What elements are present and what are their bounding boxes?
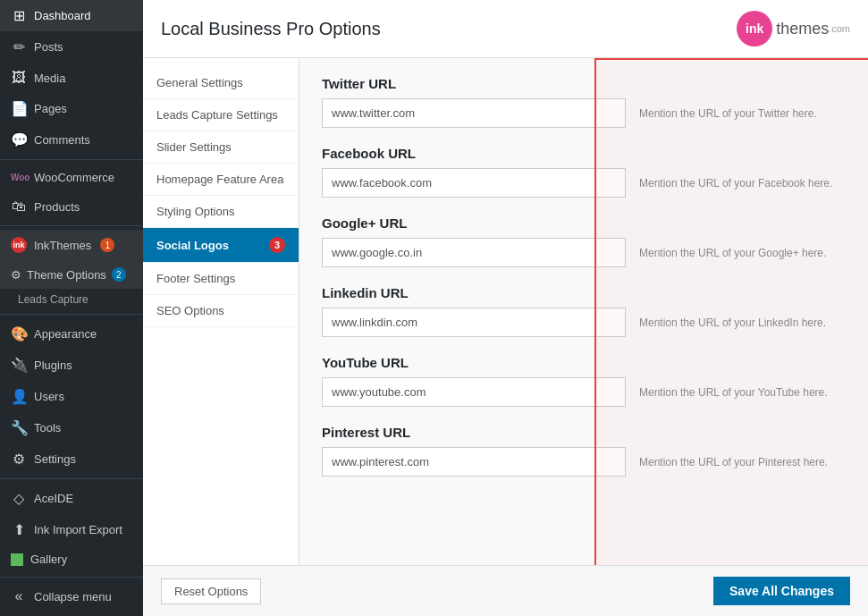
field-row-google-plus: Mention the URL of your Google+ here. (322, 238, 846, 267)
sidebar-item-collapse[interactable]: « Collapse menu (0, 581, 143, 612)
dashboard-icon: ⊞ (11, 7, 27, 24)
field-label-facebook: Facebook URL (322, 146, 846, 161)
acelide-icon: ◇ (11, 490, 27, 507)
hint-linkedin: Mention the URL of your LinkedIn here. (639, 308, 846, 329)
page-header: Local Business Pro Options ink themes .c… (143, 0, 868, 58)
field-label-google-plus: Google+ URL (322, 215, 846, 231)
nav-leads-capture-settings[interactable]: Leads Capture Settings (143, 99, 299, 131)
hint-google-plus: Mention the URL of your Google+ here. (639, 238, 846, 259)
appearance-icon: 🎨 (11, 325, 27, 342)
sidebar-item-label: Plugins (34, 359, 72, 372)
tools-icon: 🔧 (11, 419, 27, 436)
sidebar-divider-3 (0, 314, 143, 315)
field-section-twitter: Twitter URLMention the URL of your Twitt… (322, 76, 846, 128)
sidebar-item-acelide[interactable]: ◇ AceIDE (0, 483, 143, 514)
field-label-youtube: YouTube URL (322, 355, 846, 370)
plugins-icon: 🔌 (11, 357, 27, 374)
hint-youtube: Mention the URL of your YouTube here. (639, 377, 846, 399)
settings-icon: ⚙ (11, 451, 27, 468)
sidebar-item-leads-capture[interactable]: Leads Capture (0, 289, 143, 310)
sidebar-item-products[interactable]: 🛍 Products (0, 191, 143, 222)
sidebar-divider (0, 159, 143, 160)
nav-styling-options[interactable]: Styling Options (143, 196, 299, 228)
comments-icon: 💬 (11, 131, 27, 148)
field-row-twitter: Mention the URL of your Twitter here. (322, 98, 846, 128)
field-section-youtube: YouTube URLMention the URL of your YouTu… (322, 355, 846, 407)
sidebar-divider-5 (0, 577, 143, 578)
left-nav: General Settings Leads Capture Settings … (143, 58, 299, 565)
input-youtube[interactable] (322, 377, 626, 407)
sidebar-item-settings[interactable]: ⚙ Settings (0, 443, 143, 475)
sidebar-item-label: Settings (34, 452, 76, 466)
sidebar: ⊞ Dashboard ✏ Posts 🖼 Media 📄 Pages 💬 Co… (0, 0, 143, 616)
woo-icon: Woo (11, 173, 27, 182)
page-footer: Reset Options Save All Changes (143, 565, 868, 616)
theme-options-icon: ⚙ (11, 268, 21, 282)
sidebar-item-dashboard[interactable]: ⊞ Dashboard (0, 0, 143, 31)
sidebar-item-label: Dashboard (34, 9, 91, 22)
nav-homepage-feature-area[interactable]: Homepage Feature Area (143, 164, 299, 196)
sidebar-item-theme-options[interactable]: ⚙ Theme Options 2 (0, 260, 143, 289)
sidebar-item-users[interactable]: 👤 Users (0, 381, 143, 412)
sidebar-item-comments[interactable]: 💬 Comments (0, 124, 143, 156)
sidebar-item-label: Ink Import Export (34, 523, 122, 536)
input-twitter[interactable] (322, 98, 626, 128)
sidebar-item-label: Theme Options (27, 268, 106, 282)
field-section-pinterest: Pinterest URLMention the URL of your Pin… (322, 425, 846, 477)
input-google-plus[interactable] (322, 238, 626, 267)
field-section-google-plus: Google+ URLMention the URL of your Googl… (322, 215, 846, 267)
page-title: Local Business Pro Options (161, 19, 381, 39)
nav-footer-settings[interactable]: Footer Settings (143, 263, 299, 295)
field-section-linkedin: Linkedin URLMention the URL of your Link… (322, 285, 846, 337)
sidebar-item-label: WooCommerce (34, 171, 114, 184)
ink-logo-icon: ink (11, 237, 27, 253)
sidebar-item-label: Posts (34, 40, 63, 54)
save-all-changes-button[interactable]: Save All Changes (713, 577, 850, 605)
ink-logo-brand: themes (776, 20, 829, 38)
input-pinterest[interactable] (322, 447, 626, 477)
reset-options-button[interactable]: Reset Options (161, 578, 261, 604)
hint-facebook: Mention the URL of your Facebook here. (639, 168, 846, 190)
sidebar-item-appearance[interactable]: 🎨 Appearance (0, 318, 143, 350)
media-icon: 🖼 (11, 70, 27, 86)
nav-slider-settings[interactable]: Slider Settings (143, 131, 299, 164)
collapse-icon: « (11, 588, 27, 604)
content-area: General Settings Leads Capture Settings … (143, 58, 868, 565)
sidebar-item-woocommerce[interactable]: Woo WooCommerce (0, 164, 143, 191)
field-section-facebook: Facebook URLMention the URL of your Face… (322, 146, 846, 198)
nav-social-logos[interactable]: Social Logos 3 (143, 228, 299, 263)
ink-logo: ink themes .com (737, 11, 850, 46)
sidebar-item-label: InkThemes (34, 239, 91, 252)
field-row-linkedin: Mention the URL of your LinkedIn here. (322, 308, 846, 337)
right-panel: Insert Details Of Your Social Media Twit… (299, 58, 868, 565)
sidebar-item-label: Gallery (30, 553, 67, 566)
inkthemes-badge: 1 (100, 238, 114, 252)
sidebar-item-pages[interactable]: 📄 Pages (0, 93, 143, 124)
sidebar-item-tools[interactable]: 🔧 Tools (0, 412, 143, 443)
sidebar-item-label: Appearance (34, 327, 97, 341)
field-row-facebook: Mention the URL of your Facebook here. (322, 168, 846, 198)
input-facebook[interactable] (322, 168, 626, 198)
sidebar-item-inkthemes[interactable]: ink InkThemes 1 (0, 230, 143, 260)
social-logos-badge: 3 (269, 237, 285, 253)
sidebar-item-label: Products (34, 200, 80, 214)
ink-logo-circle: ink (737, 11, 772, 46)
sidebar-item-label: Users (34, 390, 64, 403)
sidebar-item-posts[interactable]: ✏ Posts (0, 31, 143, 63)
hint-pinterest: Mention the URL of your Pinterest here. (639, 447, 846, 468)
sidebar-item-media[interactable]: 🖼 Media (0, 63, 143, 93)
sidebar-item-ink-import-export[interactable]: ⬆ Ink Import Export (0, 514, 143, 545)
sidebar-item-plugins[interactable]: 🔌 Plugins (0, 350, 143, 381)
posts-icon: ✏ (11, 38, 27, 55)
sidebar-item-gallery[interactable]: Gallery (0, 545, 143, 573)
field-label-linkedin: Linkedin URL (322, 285, 846, 300)
input-linkedin[interactable] (322, 308, 626, 337)
nav-seo-options[interactable]: SEO Options (143, 295, 299, 327)
sidebar-item-label: Tools (34, 421, 61, 435)
field-row-youtube: Mention the URL of your YouTube here. (322, 377, 846, 407)
sidebar-item-label: AceIDE (34, 492, 73, 505)
pages-icon: 📄 (11, 100, 27, 117)
gallery-icon (11, 553, 23, 566)
nav-general-settings[interactable]: General Settings (143, 67, 299, 99)
sidebar-divider-2 (0, 225, 143, 226)
